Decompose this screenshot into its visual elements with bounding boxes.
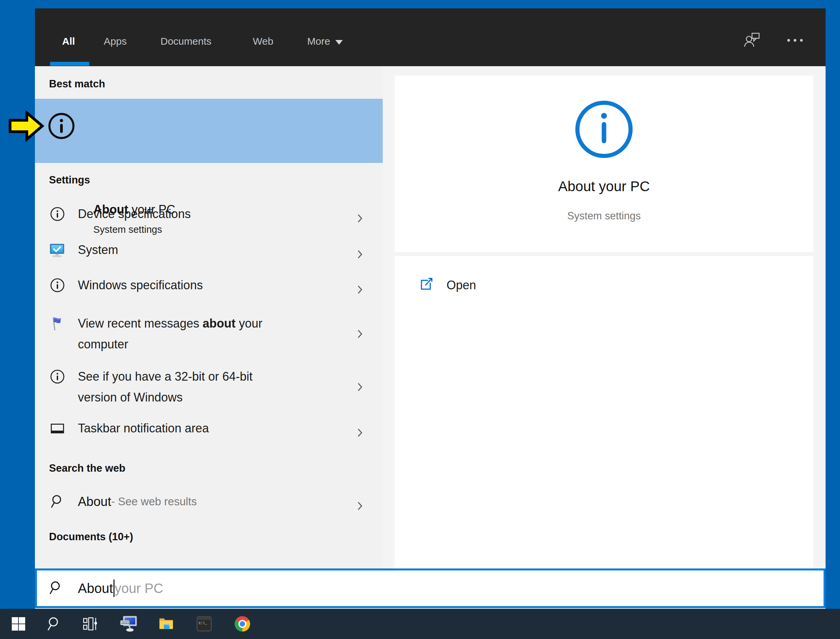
taskbar: C:\_ [0,609,840,639]
search-suggestion-text: your PC [115,581,163,596]
file-explorer-icon[interactable] [158,616,174,632]
open-action[interactable]: Open [395,269,813,300]
search-icon [50,494,65,520]
preview-actions-card: Open [395,256,813,569]
info-icon [47,111,76,142]
task-view-icon[interactable] [82,616,98,632]
search-icon [48,580,64,597]
result-taskbar-notification-area[interactable]: Taskbar notification area [35,416,383,440]
search-flyout-window: All Apps Documents Web More Best match [35,8,826,609]
info-icon [50,206,65,232]
result-system[interactable]: System [35,238,383,262]
section-header-search-web: Search the web [49,462,125,475]
tab-apps[interactable]: Apps [104,8,127,70]
info-circle-icon [572,97,636,163]
chevron-right-icon [357,329,363,339]
best-match-result[interactable]: About your PC System settings [35,99,383,163]
preview-card: About your PC System settings [395,76,813,252]
annotation-arrow [7,110,45,143]
result-windows-specifications[interactable]: Windows specifications [35,273,383,297]
preview-title: About your PC [395,178,813,195]
open-label: Open [447,277,476,294]
chevron-right-icon [357,382,363,392]
section-header-best-match: Best match [49,77,105,91]
tab-more[interactable]: More [307,8,343,70]
open-external-icon [418,277,434,293]
chevron-right-icon [357,209,363,219]
section-header-settings: Settings [49,173,90,187]
info-icon [50,369,65,386]
remote-desktop-app-icon[interactable] [120,615,138,633]
result-32bit-64bit[interactable]: See if you have a 32-bit or 64-bit versi… [35,366,383,408]
web-suffix-text: - See web results [111,490,197,514]
section-header-documents: Documents (10+) [49,530,133,544]
ellipsis-menu-icon[interactable] [787,38,804,44]
web-query-text: About [78,490,111,514]
svg-text:C:\_: C:\_ [199,622,207,625]
tab-web[interactable]: Web [253,8,273,70]
search-input[interactable]: Aboutyour PC [35,569,826,608]
chevron-right-icon [357,245,363,255]
start-button-windows-icon[interactable] [10,616,27,632]
search-typed-text: About [78,581,113,596]
taskbar-settings-icon [50,421,65,447]
search-header: All Apps Documents Web More [35,8,826,66]
tab-documents[interactable]: Documents [160,8,211,70]
taskbar-search-icon[interactable] [46,616,62,632]
preview-subtitle: System settings [395,209,813,223]
feedback-user-icon[interactable] [743,32,761,50]
chrome-icon[interactable] [235,616,250,632]
system-monitor-icon [49,242,65,269]
active-tab-underline [50,62,89,66]
chevron-right-icon [357,281,363,290]
result-device-specifications[interactable]: Device specifications [35,202,383,226]
tab-all[interactable]: All [62,8,75,70]
command-prompt-icon[interactable]: C:\_ [196,616,212,632]
text-cursor [114,580,114,597]
flag-icon [50,316,65,332]
chevron-right-icon [357,497,363,506]
chevron-down-icon [335,40,343,45]
chevron-right-icon [357,424,363,433]
result-view-recent-messages[interactable]: View recent messages about your computer [35,313,383,355]
info-icon [50,278,65,304]
desktop: { "tabs": { "items": [ {"label": "All"},… [0,0,840,639]
result-web-about[interactable]: About - See web results [35,490,383,514]
